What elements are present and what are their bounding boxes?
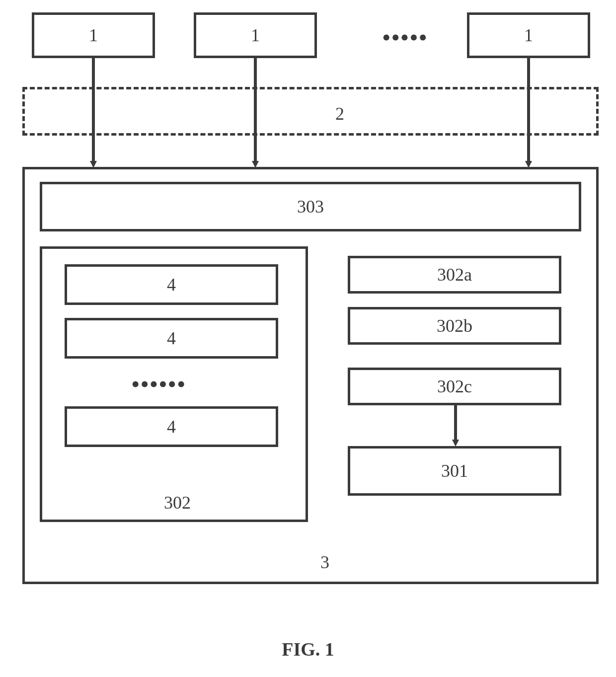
left-ellipsis: •••••• — [132, 372, 186, 397]
left-item-2-label: 4 — [167, 328, 176, 349]
arrow-2 — [252, 58, 258, 171]
middle-dashed-label: 2 — [335, 103, 344, 124]
box-301: 301 — [348, 446, 561, 496]
top-box-3: 1 — [467, 12, 590, 58]
right-item-302c: 302c — [348, 368, 561, 405]
figure-caption: FIG. 1 — [282, 638, 334, 660]
arrow-3 — [526, 58, 532, 171]
middle-dashed-box: 2 — [22, 87, 599, 136]
left-region-label: 302 — [164, 492, 191, 513]
arrow-1 — [90, 58, 96, 171]
right-item-302b: 302b — [348, 307, 561, 345]
left-item-1-label: 4 — [167, 274, 176, 295]
left-item-3: 4 — [65, 406, 278, 447]
top-box-1-label: 1 — [89, 25, 98, 46]
right-item-302a: 302a — [348, 256, 561, 294]
top-box-1: 1 — [32, 12, 155, 58]
top-box-2: 1 — [194, 12, 317, 58]
left-item-3-label: 4 — [167, 416, 176, 437]
arrow-302c-to-301 — [451, 405, 461, 450]
right-item-302c-label: 302c — [437, 376, 472, 397]
top-ellipsis: ••••• — [383, 25, 428, 50]
right-item-302a-label: 302a — [437, 264, 472, 285]
wide-box-303-label: 303 — [297, 196, 324, 217]
wide-box-303: 303 — [40, 182, 581, 231]
left-item-1: 4 — [65, 264, 278, 305]
box-301-label: 301 — [441, 460, 468, 481]
top-box-3-label: 1 — [524, 25, 533, 46]
right-item-302b-label: 302b — [437, 315, 472, 336]
top-box-2-label: 1 — [251, 25, 260, 46]
main-container-label: 3 — [320, 552, 329, 573]
left-item-2: 4 — [65, 318, 278, 359]
